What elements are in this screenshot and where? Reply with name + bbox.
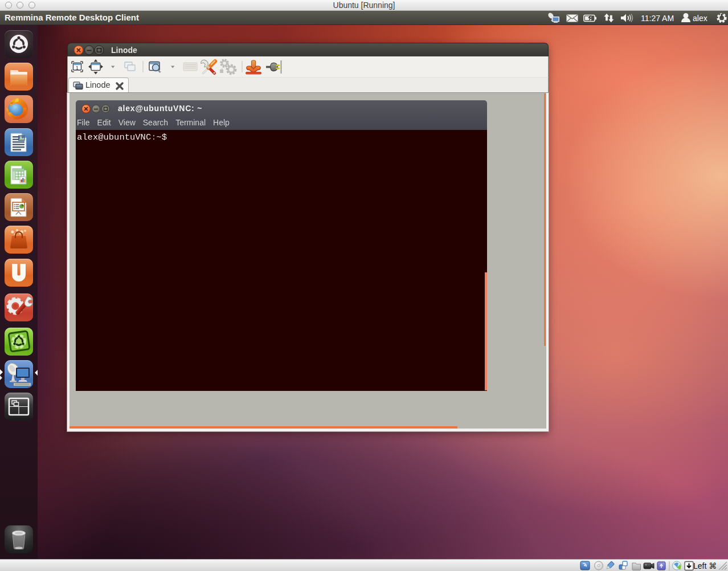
svg-text:1: 1 <box>76 65 79 71</box>
